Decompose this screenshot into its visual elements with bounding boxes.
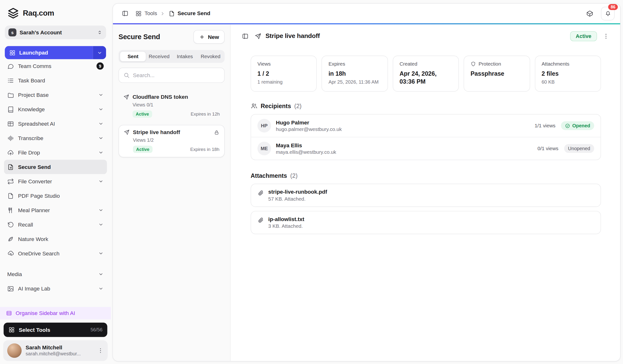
attachment-card[interactable]: stripe-live-runbook.pdf 57 KB. Attached. — [251, 184, 601, 207]
more-menu-button[interactable] — [600, 30, 612, 42]
launchpad-button[interactable]: Launchpad — [5, 46, 93, 59]
unread-count-badge: 9 — [96, 63, 104, 70]
folder-icon — [7, 91, 14, 98]
brand-name: Raq.com — [23, 9, 54, 18]
user-menu[interactable]: Sarah Mitchell sarah.mitchell@westbur... — [3, 340, 108, 361]
chat-icon — [7, 63, 14, 69]
sidebar-item-team-comms[interactable]: Team Comms 9 — [4, 59, 107, 73]
chevron-down-icon — [98, 107, 104, 112]
sidebar-footer: Organise Sidebar with AI Select Tools 56… — [0, 307, 111, 364]
cloud-upload-icon — [7, 149, 14, 156]
chevron-down-icon — [98, 251, 104, 256]
organise-sidebar-ai-button[interactable]: Organise Sidebar with AI — [0, 307, 111, 320]
send-icon — [124, 129, 130, 135]
new-button[interactable]: New — [194, 30, 225, 44]
sidebar-nav: Team Comms 9 Task Board Project Base Kno… — [0, 59, 111, 307]
breadcrumb-tools[interactable]: Tools — [135, 10, 157, 17]
check-circle-icon — [565, 123, 570, 128]
notifications-button[interactable]: 86 — [601, 6, 615, 20]
sidebar-item-file-drop[interactable]: File Drop — [4, 145, 107, 160]
status-badge: Active — [133, 146, 153, 153]
sidebar-item-launchpad: Launchpad — [5, 46, 106, 59]
convert-icon — [7, 178, 14, 185]
rotate-icon — [7, 221, 14, 228]
stat-attachments: Attachments 2 files 60 KB — [535, 56, 601, 92]
panel-title: Secure Send — [118, 33, 160, 41]
sidebar-item-onedrive-search[interactable]: OneDrive Search — [4, 246, 107, 260]
sidebar-item-pdf-page-studio[interactable]: PDF Page Studio — [4, 189, 107, 203]
status-badge: Active — [133, 110, 152, 118]
recipient-row: HP Hugo Palmer hugo.palmer@westbury.co.u… — [251, 114, 601, 137]
sidebar-item-file-converter[interactable]: File Converter — [4, 174, 107, 189]
sidebar-item-recall[interactable]: Recall — [4, 217, 107, 232]
chevron-down-icon — [98, 207, 104, 213]
recipient-avatar: HP — [257, 119, 271, 133]
package-button[interactable] — [583, 7, 596, 20]
lock-icon — [214, 129, 220, 135]
sidebar-item-secure-send[interactable]: Secure Send — [4, 160, 107, 174]
sidebar-item-knowledge[interactable]: Knowledge — [4, 102, 107, 117]
account-switcher[interactable]: s Sarah's Account — [5, 26, 106, 39]
image-icon — [7, 285, 14, 292]
checklist-icon — [7, 77, 14, 84]
app-root: Raq.com s Sarah's Account Launchpad — [0, 0, 623, 364]
stat-protection: Protection Passphrase — [464, 56, 530, 92]
paperclip-icon — [257, 190, 264, 196]
bell-icon — [604, 10, 611, 17]
stat-views: Views 1 / 2 1 remaining — [251, 56, 317, 92]
search-icon — [123, 72, 130, 79]
package-icon — [586, 10, 593, 17]
sidebar-item-project-base[interactable]: Project Base — [4, 88, 107, 102]
recipient-row: ME Maya Ellis maya.ellis@westbury.co.uk … — [251, 137, 601, 160]
shield-icon — [471, 61, 476, 67]
tab-revoked[interactable]: Revoked — [198, 51, 223, 62]
opened-badge: Opened — [561, 121, 594, 130]
chevrons-up-down-icon — [97, 30, 102, 35]
list-item-selected[interactable]: Stripe live handoff Views 1/2 Active Exp… — [118, 125, 224, 157]
utensils-icon — [7, 207, 14, 213]
tools-grid-icon — [135, 10, 142, 17]
secure-send-detail-panel: Stripe live handoff Active Views 1 / 2 1… — [231, 24, 620, 361]
tab-received[interactable]: Received — [146, 51, 172, 62]
tab-intakes[interactable]: Intakes — [172, 51, 198, 62]
sidebar-item-meal-planner[interactable]: Meal Planner — [4, 203, 107, 217]
stats-row: Views 1 / 2 1 remaining Expires in 18h A… — [231, 48, 620, 91]
chevron-down-icon — [98, 135, 104, 141]
list-item[interactable]: Cloudflare DNS token Views 0/1 Active Ex… — [118, 90, 224, 122]
chevron-down-icon — [98, 286, 104, 291]
sidebar-item-task-board[interactable]: Task Board — [4, 73, 107, 88]
chevron-right-icon — [160, 11, 165, 16]
dots-vertical-icon[interactable] — [97, 347, 104, 354]
chevron-down-icon — [98, 92, 104, 98]
collapse-list-button[interactable] — [239, 30, 251, 42]
attachment-card[interactable]: ip-allowlist.txt 3 KB. Attached. — [251, 211, 601, 234]
status-badge: Active — [570, 31, 597, 41]
chevron-down-icon — [98, 150, 104, 155]
document-icon — [7, 192, 14, 199]
launchpad-expand-button[interactable] — [93, 46, 106, 59]
recipients-card: HP Hugo Palmer hugo.palmer@westbury.co.u… — [251, 114, 601, 160]
recipients-heading: Recipients (2) — [251, 102, 601, 109]
sidebar-item-transcribe[interactable]: Transcribe — [4, 131, 107, 145]
detail-title: Stripe live handoff — [265, 32, 320, 40]
panel-left-icon — [122, 10, 128, 17]
search-input[interactable] — [133, 72, 220, 78]
brand: Raq.com — [5, 6, 106, 26]
sidebar-layout-icon — [6, 310, 12, 316]
users-icon — [251, 102, 257, 109]
send-icon — [255, 33, 261, 39]
send-icon — [123, 94, 129, 100]
table-icon — [7, 120, 14, 127]
sidebar-section-media[interactable]: Media — [4, 267, 107, 281]
sidebar-toggle-button[interactable] — [118, 7, 131, 20]
tab-sent[interactable]: Sent — [120, 51, 146, 62]
sidebar-item-spreadsheet-ai[interactable]: Spreadsheet AI — [4, 117, 107, 131]
sidebar-item-nature-work[interactable]: Nature Work — [4, 232, 107, 246]
chevron-down-icon — [98, 178, 104, 184]
stat-expires: Expires in 18h Apr 25, 2026, 11:36 AM — [322, 56, 388, 92]
panel-collapse-icon — [242, 33, 248, 39]
book-icon — [7, 106, 14, 113]
sidebar-item-ai-image-lab[interactable]: AI Image Lab — [4, 281, 107, 296]
select-tools-button[interactable]: Select Tools 56/56 — [4, 323, 107, 337]
chevron-down-icon — [98, 222, 104, 227]
